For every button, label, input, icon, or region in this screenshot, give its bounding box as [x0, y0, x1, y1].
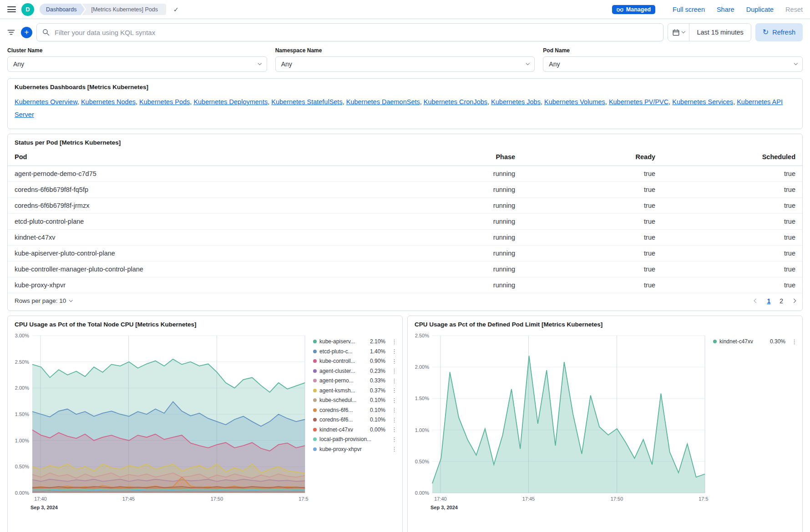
series-value: 0.23% — [370, 368, 385, 374]
legend-menu-icon[interactable]: ⋮ — [391, 338, 396, 345]
legend-menu-icon[interactable]: ⋮ — [391, 348, 396, 355]
control-select[interactable]: Any — [7, 56, 267, 72]
menu-button[interactable] — [7, 6, 16, 12]
legend-menu-icon[interactable]: ⋮ — [391, 407, 396, 413]
legend-menu-icon[interactable]: ⋮ — [391, 417, 396, 423]
dashboard-link[interactable]: Kubernetes Overview — [15, 98, 77, 105]
legend-menu-icon[interactable]: ⋮ — [791, 338, 796, 345]
chart-plot-area[interactable]: 0.00%0.50%1.00%1.50%2.00%2.50%17:4017:45… — [410, 331, 709, 513]
series-color-dot — [313, 437, 317, 441]
control-select[interactable]: Any — [275, 56, 535, 72]
legend-item[interactable]: agent-perno...0.33%⋮ — [313, 377, 396, 384]
column-header-ready[interactable]: Ready — [522, 148, 662, 166]
pagination-pages: 12 — [767, 297, 783, 305]
next-page-icon[interactable] — [792, 299, 796, 303]
legend-menu-icon[interactable]: ⋮ — [391, 358, 396, 365]
time-range-label[interactable]: Last 15 minutes — [689, 29, 750, 36]
link-separator: , — [343, 98, 346, 105]
table-cell: true — [662, 166, 802, 181]
table-cell: true — [522, 166, 662, 181]
table-cell: true — [662, 245, 802, 261]
dashboard-link[interactable]: Kubernetes Volumes — [544, 98, 605, 105]
rows-per-page-button[interactable]: Rows per page: 10 — [15, 297, 72, 304]
legend-item[interactable]: local-path-provision...⋮ — [313, 436, 396, 443]
legend-menu-icon[interactable]: ⋮ — [391, 436, 396, 443]
column-header-scheduled[interactable]: Scheduled — [662, 148, 802, 166]
legend-item[interactable]: kube-apiserv...2.10%⋮ — [313, 338, 396, 345]
previous-page-icon[interactable] — [754, 299, 759, 303]
legend-item[interactable]: agent-ksmsh...0.37%⋮ — [313, 387, 396, 394]
legend-menu-icon[interactable]: ⋮ — [391, 367, 396, 374]
table-cell: running — [382, 245, 522, 261]
svg-text:0.00%: 0.00% — [15, 490, 29, 496]
page-button-2[interactable]: 2 — [780, 297, 783, 305]
legend-item[interactable]: kube-controll...0.90%⋮ — [313, 358, 396, 365]
filter-button[interactable] — [5, 27, 17, 37]
svg-text:17:45: 17:45 — [522, 496, 535, 502]
legend-menu-icon[interactable]: ⋮ — [391, 387, 396, 394]
managed-badge[interactable]: Managed — [612, 5, 655, 14]
dashboard-link[interactable]: Kubernetes Pods — [139, 98, 190, 105]
table-cell: true — [522, 245, 662, 261]
series-color-dot — [313, 379, 317, 382]
svg-text:2.00%: 2.00% — [15, 385, 29, 391]
legend-menu-icon[interactable]: ⋮ — [391, 426, 396, 433]
search-box — [36, 23, 663, 41]
control-label: Namespace Name — [275, 47, 535, 54]
date-picker-button[interactable] — [668, 24, 690, 41]
chevron-down-icon — [526, 61, 530, 65]
chart-plot-area[interactable]: 0.00%0.50%1.00%1.50%2.00%2.50%3.00%17:40… — [10, 331, 309, 513]
legend-menu-icon[interactable]: ⋮ — [391, 377, 396, 384]
svg-text:2.50%: 2.50% — [415, 333, 429, 338]
legend-menu-icon[interactable]: ⋮ — [391, 397, 396, 404]
series-value: 0.37% — [370, 387, 385, 394]
legend-menu-icon[interactable]: ⋮ — [391, 446, 396, 452]
legend-item[interactable]: etcd-pluto-c...1.40%⋮ — [313, 348, 396, 355]
check-icon: ✓ — [173, 6, 179, 13]
dashboard-links: Kubernetes Overview, Kubernetes Nodes, K… — [8, 93, 802, 129]
dashboard-link[interactable]: Kubernetes Deployments — [193, 98, 268, 105]
dashboard-link[interactable]: Kubernetes StatefulSets — [271, 98, 342, 105]
column-header-phase[interactable]: Phase — [382, 148, 522, 166]
dashboard-link[interactable]: Kubernetes Services — [672, 98, 733, 105]
legend-item[interactable]: kindnet-c47xv0.30%⋮ — [713, 338, 796, 345]
series-color-dot — [313, 408, 317, 412]
legend-item[interactable]: kube-schedul...0.10%⋮ — [313, 397, 396, 404]
series-value: 0.33% — [370, 377, 385, 384]
legend-item[interactable]: coredns-6f6...0.10%⋮ — [313, 407, 396, 413]
rows-per-page-label: Rows per page: 10 — [15, 297, 66, 304]
chart-canvas[interactable]: 0.00%0.50%1.00%1.50%2.00%2.50%17:4017:45… — [410, 331, 709, 513]
dashboard-link[interactable]: Kubernetes Jobs — [491, 98, 541, 105]
column-header-pod[interactable]: Pod — [8, 148, 382, 166]
topbar-action-duplicate[interactable]: Duplicate — [746, 6, 774, 13]
top-navigation-bar: D Dashboards[Metrics Kubernetes] Pods ✓ … — [0, 0, 810, 19]
legend-item[interactable]: coredns-6f6...0.10%⋮ — [313, 417, 396, 423]
add-filter-button[interactable]: + — [21, 27, 32, 38]
series-color-dot — [313, 369, 317, 373]
breadcrumb-item: [Metrics Kubernetes] Pods — [82, 4, 166, 15]
series-color-dot — [313, 398, 317, 402]
legend-item[interactable]: agent-cluster...0.23%⋮ — [313, 367, 396, 374]
legend-item[interactable]: kube-proxy-xhpvr⋮ — [313, 446, 396, 452]
series-color-dot — [313, 340, 317, 343]
table-cell: running — [382, 229, 522, 245]
dashboard-link[interactable]: Kubernetes PV/PVC — [609, 98, 668, 105]
dashboard-link[interactable]: Kubernetes CronJobs — [424, 98, 487, 105]
dashboard-link[interactable]: Kubernetes Nodes — [81, 98, 136, 105]
legend-item[interactable]: kindnet-c47xv0.00%⋮ — [313, 426, 396, 433]
table-cell: running — [382, 197, 522, 213]
topbar-action-reset[interactable]: Reset — [785, 6, 803, 13]
refresh-button[interactable]: ↻ Refresh — [755, 23, 803, 41]
svg-text:0.50%: 0.50% — [415, 458, 429, 464]
kql-search-input[interactable] — [54, 28, 658, 37]
page-button-1[interactable]: 1 — [767, 297, 770, 305]
control-select[interactable]: Any — [543, 56, 803, 72]
filter-icon — [7, 29, 15, 35]
chart-canvas[interactable]: 0.00%0.50%1.00%1.50%2.00%2.50%3.00%17:40… — [10, 331, 309, 513]
topbar-action-full-screen[interactable]: Full screen — [673, 6, 705, 13]
link-separator: , — [136, 98, 139, 105]
dashboard-link[interactable]: Kubernetes DaemonSets — [346, 98, 420, 105]
topbar-action-share[interactable]: Share — [717, 6, 734, 13]
space-avatar[interactable]: D — [21, 3, 34, 16]
breadcrumb-item[interactable]: Dashboards — [40, 4, 85, 15]
